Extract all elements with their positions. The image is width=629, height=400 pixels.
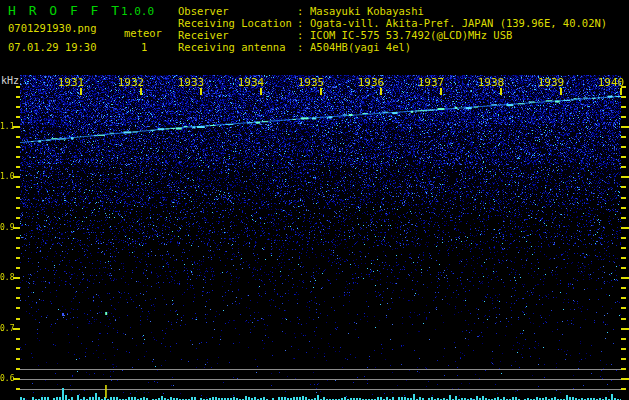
freq-tick-right bbox=[621, 388, 626, 390]
time-tick bbox=[440, 88, 442, 95]
app-version: 1.0.0 bbox=[121, 5, 154, 18]
freq-tick-right bbox=[621, 247, 626, 249]
freq-tick-right bbox=[621, 197, 626, 199]
freq-tick-right bbox=[621, 378, 629, 380]
freq-tick-right bbox=[621, 207, 626, 209]
output-filename: 0701291930.png bbox=[8, 22, 97, 34]
freq-tick-left bbox=[16, 358, 20, 360]
freq-tick-right bbox=[621, 106, 626, 108]
freq-tick-left bbox=[13, 378, 20, 380]
metadata-value: Ogata-vill. Akita-Pref. JAPAN (139.96E, … bbox=[310, 17, 607, 29]
time-tick bbox=[260, 88, 262, 95]
freq-tick-left bbox=[16, 207, 20, 209]
freq-tick-left bbox=[16, 247, 20, 249]
freq-tick-right bbox=[621, 186, 626, 188]
freq-tick-right bbox=[621, 338, 626, 340]
time-tick bbox=[620, 88, 622, 95]
freq-tick-left bbox=[16, 287, 20, 289]
time-tick bbox=[320, 88, 322, 95]
metadata-row: Receiving antenna:A504HB(yagi 4el) bbox=[178, 41, 607, 53]
freq-tick-right bbox=[621, 146, 626, 148]
freq-label: 0.6 bbox=[0, 375, 13, 383]
freq-label: 0.7 bbox=[0, 325, 13, 333]
freq-tick-left bbox=[16, 186, 20, 188]
freq-tick-right bbox=[621, 166, 626, 168]
metadata-label: Receiving Location bbox=[178, 17, 297, 29]
freq-tick-left bbox=[16, 348, 20, 350]
freq-tick-left bbox=[16, 318, 20, 320]
metadata-value: Masayuki Kobayashi bbox=[310, 5, 424, 17]
freq-tick-left bbox=[16, 307, 20, 309]
metadata-colon: : bbox=[297, 17, 310, 29]
freq-tick-right bbox=[621, 318, 626, 320]
freq-tick-left bbox=[13, 227, 20, 229]
freq-tick-left bbox=[16, 267, 20, 269]
freq-tick-right bbox=[621, 237, 626, 239]
freq-axis-unit: kHz bbox=[1, 75, 19, 86]
metadata-value: ICOM IC-575 53.7492(@LCD)MHz USB bbox=[310, 29, 512, 41]
freq-tick-right bbox=[621, 287, 626, 289]
metadata-value: A504HB(yagi 4el) bbox=[310, 41, 411, 53]
freq-tick-left bbox=[16, 197, 20, 199]
freq-tick-right bbox=[621, 358, 626, 360]
freq-tick-right bbox=[621, 116, 626, 118]
metadata-colon: : bbox=[297, 41, 310, 53]
freq-tick-right bbox=[621, 297, 626, 299]
time-label: 1936 bbox=[358, 77, 385, 88]
freq-tick-left bbox=[16, 136, 20, 138]
metadata-colon: : bbox=[297, 5, 310, 17]
observation-datetime: 07.01.29 19:30 bbox=[8, 41, 97, 53]
metadata-colon: : bbox=[297, 29, 310, 41]
freq-tick-right bbox=[621, 156, 626, 158]
metadata-label: Receiver bbox=[178, 29, 297, 41]
meteor-count: 1 bbox=[141, 41, 147, 53]
freq-tick-left bbox=[16, 297, 20, 299]
freq-tick-left bbox=[13, 328, 20, 330]
time-tick bbox=[380, 88, 382, 95]
time-tick bbox=[500, 88, 502, 95]
freq-tick-left bbox=[16, 146, 20, 148]
freq-label: 0.9 bbox=[0, 224, 13, 232]
freq-tick-right bbox=[621, 126, 629, 128]
metadata-row: Observer:Masayuki Kobayashi bbox=[178, 5, 607, 17]
freq-tick-left bbox=[16, 106, 20, 108]
freq-tick-right bbox=[621, 307, 626, 309]
freq-tick-left bbox=[16, 368, 20, 370]
time-label: 1937 bbox=[418, 77, 445, 88]
time-tick bbox=[560, 88, 562, 95]
freq-tick-right bbox=[621, 96, 626, 98]
time-tick bbox=[140, 88, 142, 95]
freq-tick-left bbox=[16, 217, 20, 219]
freq-label: 0.8 bbox=[0, 274, 13, 282]
freq-tick-left bbox=[16, 96, 20, 98]
freq-tick-right bbox=[621, 267, 626, 269]
metadata-label: Receiving antenna bbox=[178, 41, 297, 53]
freq-tick-left bbox=[16, 338, 20, 340]
freq-tick-right bbox=[621, 136, 626, 138]
metadata-label: Observer bbox=[178, 5, 297, 17]
freq-tick-left bbox=[16, 116, 20, 118]
time-label: 1935 bbox=[298, 77, 325, 88]
freq-label: 1.1 bbox=[0, 123, 13, 131]
freq-tick-left bbox=[16, 86, 20, 88]
freq-tick-left bbox=[13, 176, 20, 178]
time-label: 1938 bbox=[478, 77, 505, 88]
freq-tick-right bbox=[621, 227, 629, 229]
mode-label: meteor bbox=[124, 27, 162, 39]
freq-tick-left bbox=[13, 126, 20, 128]
time-tick bbox=[80, 88, 82, 95]
app-title: H R O F F T bbox=[8, 3, 122, 18]
freq-tick-right bbox=[621, 368, 626, 370]
time-label: 1932 bbox=[118, 77, 145, 88]
freq-tick-left bbox=[16, 388, 20, 390]
time-label: 1939 bbox=[538, 77, 565, 88]
freq-tick-right bbox=[621, 328, 629, 330]
spectrogram-canvas bbox=[20, 75, 621, 400]
metadata-fields: Observer:Masayuki KobayashiReceiving Loc… bbox=[178, 5, 607, 53]
freq-tick-left bbox=[13, 277, 20, 279]
time-label: 1940 bbox=[598, 77, 625, 88]
time-label: 1933 bbox=[178, 77, 205, 88]
metadata-row: Receiver:ICOM IC-575 53.7492(@LCD)MHz US… bbox=[178, 29, 607, 41]
time-label: 1931 bbox=[58, 77, 85, 88]
freq-tick-right bbox=[621, 176, 629, 178]
